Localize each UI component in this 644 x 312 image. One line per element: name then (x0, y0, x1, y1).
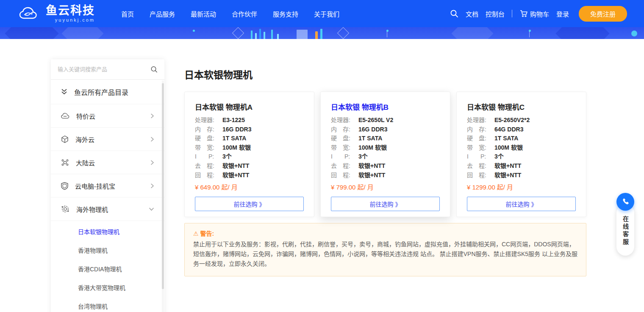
nav-item-partners[interactable]: 合作伙伴 (232, 9, 257, 18)
banner-decor (555, 27, 609, 39)
globe-server-icon (61, 205, 69, 213)
cart-link[interactable]: 购物车 (519, 9, 549, 18)
product-sidebar: 鱼云所有产品目录 特价云 海外云 (51, 59, 164, 312)
brand-domain: yuyunkj.com (46, 18, 95, 22)
price: ¥ 649.00起/ 月 (195, 182, 304, 191)
sidebar-item-special-cloud[interactable]: 特价云 (51, 104, 164, 128)
banner-decor (264, 32, 265, 39)
brand-name: 鱼云科技 (46, 5, 95, 17)
banner-decor (193, 30, 195, 32)
spec-row: 内 存:16G DDR3 (195, 125, 304, 134)
cube-icon (61, 135, 69, 143)
sidebar-item-mainland-cloud[interactable]: 大陆云 (51, 151, 164, 174)
sidebar-item-label: 海外云 (75, 135, 94, 144)
chevron-right-icon (150, 113, 154, 119)
phone-button[interactable] (616, 193, 634, 211)
spec-row: 回 程:软银+NTT (467, 171, 576, 180)
spec-row: 硬 盘:1T SATA (467, 134, 576, 143)
double-chevron-down-icon (61, 89, 67, 95)
abuse-warning-box: ⚠警告: 禁止用于以下业务及服务：影视，代刷，代挂，刷信誉，买号，卖号，商城，钓… (184, 223, 586, 276)
search-icon[interactable] (450, 9, 458, 18)
banner-decor (320, 29, 322, 39)
login-link[interactable]: 登录 (556, 9, 569, 18)
spec-row: 处理器:E3-1225 (195, 116, 304, 125)
spec-row: 处理器:E5-2650V2*2 (467, 116, 576, 125)
chevron-right-icon (150, 183, 154, 189)
product-card-a: 日本软银 物理机A 处理器:E3-1225 内 存:16G DDR3 硬 盘:1… (184, 92, 314, 217)
chevron-right-icon (150, 136, 154, 142)
page-body: 鱼云所有产品目录 特价云 海外云 (0, 39, 644, 312)
shield-icon (61, 182, 68, 190)
banner-decor (387, 31, 387, 37)
nav-item-home[interactable]: 首页 (121, 9, 134, 18)
product-name: 日本软银 物理机A (195, 101, 304, 112)
sidebar-subitem-taiwan[interactable]: 台湾物理机 (51, 297, 164, 312)
nav-item-promotions[interactable]: 最新活动 (191, 9, 216, 18)
buy-button[interactable]: 前往选购 》 (331, 197, 440, 211)
banner-decor (5, 27, 58, 39)
cloud-fish-logo-icon (19, 6, 41, 22)
cart-label: 购物车 (530, 9, 549, 18)
spec-row: 硬 盘:1T SATA (331, 134, 440, 143)
page-title: 日本软银物理机 (184, 67, 586, 81)
warning-body: 禁止用于以下业务及服务：影视，代刷，代挂，刷信誉，买号，卖号，商城，钓鱼网站，虚… (193, 240, 577, 269)
product-cards: 日本软银 物理机A 处理器:E3-1225 内 存:16G DDR3 硬 盘:1… (184, 92, 586, 217)
chevron-right-icon (150, 160, 154, 165)
search-icon[interactable] (150, 66, 158, 73)
banner-decor (297, 30, 308, 39)
sidebar-subitem-hongkong-cdia[interactable]: 香港CDIA物理机 (51, 260, 164, 279)
spec-row: 处理器:E5-2650L V2 (331, 116, 440, 125)
buy-button[interactable]: 前往选购 》 (467, 197, 576, 211)
sidebar-subitem-japan-softbank[interactable]: 日本软银物理机 (51, 223, 164, 241)
cloud-icon (61, 112, 69, 119)
sidebar-item-label: 海外物理机 (76, 205, 108, 214)
docs-link[interactable]: 文档 (466, 9, 478, 18)
main-content: 日本软银物理机 日本软银 物理机A 处理器:E3-1225 内 存:16G DD… (184, 59, 586, 276)
spec-row: 去 程:软银+NTT (331, 162, 440, 171)
sidebar-item-label: 云电脑-挂机宝 (75, 181, 115, 190)
main-nav: 首页 产品服务 最新活动 合作伙伴 服务支持 关于我们 (121, 9, 339, 18)
spec-row: 去 程:软银+NTT (195, 162, 304, 171)
sidebar-scrollbar-thumb[interactable] (162, 83, 164, 289)
spec-row: I P:3个 (331, 152, 440, 162)
buy-button[interactable]: 前往选购 》 (195, 197, 304, 211)
nav-item-about[interactable]: 关于我们 (314, 9, 339, 18)
spec-row: 硬 盘:1T SATA (195, 134, 304, 143)
banner-decor (337, 27, 349, 39)
online-service-button[interactable]: 在线客服 (616, 204, 634, 256)
online-service-label: 在线客服 (621, 216, 630, 246)
spec-row: 带 宽:100M 软银 (467, 143, 576, 153)
sidebar-item-overseas-cloud[interactable]: 海外云 (51, 128, 164, 151)
nav-item-products[interactable]: 产品服务 (150, 9, 175, 18)
banner-decor (315, 31, 318, 39)
spec-row: 内 存:16G DDR3 (331, 125, 440, 134)
sidebar-item-cloud-pc[interactable]: 云电脑-挂机宝 (51, 174, 164, 198)
product-card-b: 日本软银 物理机B 处理器:E5-2650L V2 内 存:16G DDR3 硬… (320, 92, 450, 217)
product-card-c: 日本软银 物理机C 处理器:E5-2650V2*2 内 存:64G DDR3 硬… (456, 92, 586, 217)
product-name[interactable]: 日本软银 物理机B (331, 101, 440, 112)
sidebar-subitem-hongkong[interactable]: 香港物理机 (51, 241, 164, 260)
nav-item-support[interactable]: 服务支持 (273, 9, 298, 18)
banner-decor (232, 27, 244, 39)
product-name: 日本软银 物理机C (467, 101, 576, 112)
warning-icon: ⚠ (193, 230, 199, 237)
banner-decor (529, 31, 530, 37)
spec-row: 带 宽:100M 软银 (195, 143, 304, 153)
sidebar-item-label: 鱼云所有产品目录 (74, 87, 128, 97)
sidebar-item-overseas-physical[interactable]: 海外物理机 (51, 198, 164, 221)
header-divider (512, 10, 512, 17)
register-button[interactable]: 免费注册 (579, 6, 627, 22)
tech-banner (0, 27, 644, 39)
banner-decor (277, 34, 279, 39)
banner-decor (271, 30, 273, 39)
sidebar-item-all-products[interactable]: 鱼云所有产品目录 (51, 80, 164, 104)
warning-title: ⚠警告: (193, 229, 577, 237)
console-link[interactable]: 控制台 (486, 9, 505, 18)
chevron-down-icon (149, 207, 154, 211)
spec-row: 内 存:64G DDR3 (467, 125, 576, 134)
product-search-input[interactable] (58, 66, 150, 72)
spec-row: 回 程:软银+NTT (331, 171, 440, 180)
header-right: 文档 控制台 购物车 登录 免费注册 (450, 6, 627, 22)
brand-logo[interactable]: 鱼云科技 yuyunkj.com (19, 5, 95, 22)
sidebar-subitem-hongkong-bigbw[interactable]: 香港大带宽物理机 (51, 279, 164, 297)
